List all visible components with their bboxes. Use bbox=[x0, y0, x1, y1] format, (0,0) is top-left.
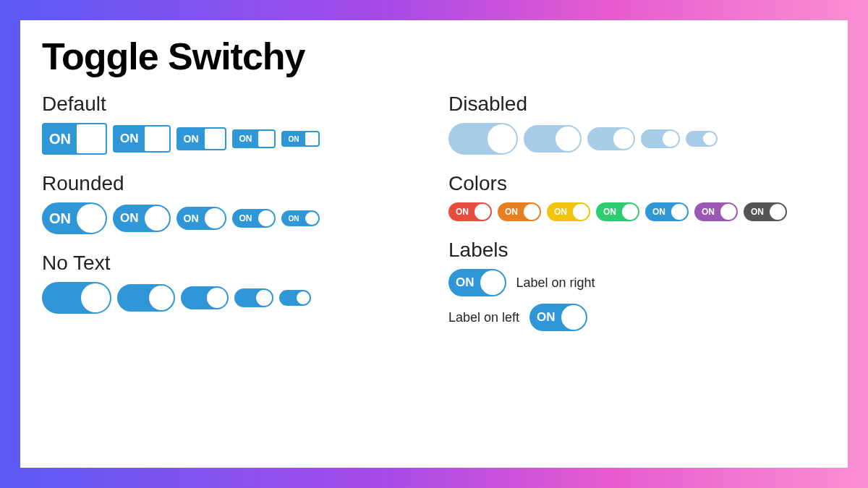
toggle-disabled-sm bbox=[641, 129, 680, 148]
section-title-disabled: Disabled bbox=[448, 93, 826, 116]
toggle-thumb bbox=[297, 291, 310, 304]
toggle-thumb bbox=[488, 124, 516, 153]
toggle-thumb bbox=[205, 208, 225, 228]
section-colors: Colors ON ON ON ON ON ON ON bbox=[448, 172, 826, 221]
toggle-default-xs[interactable]: ON bbox=[281, 131, 320, 147]
toggle-external-label-left: Label on left bbox=[448, 310, 519, 325]
toggle-thumb bbox=[663, 131, 678, 147]
toggle-rounded-lg[interactable]: ON bbox=[113, 205, 171, 232]
toggle-rounded-xs[interactable]: ON bbox=[281, 210, 320, 226]
section-disabled: Disabled bbox=[448, 93, 826, 155]
toggle-thumb bbox=[770, 204, 786, 220]
toggle-thumb bbox=[145, 127, 169, 151]
section-title-default: Default bbox=[42, 93, 420, 116]
section-notext: No Text bbox=[42, 252, 420, 314]
section-default: Default ON ON ON ON ON bbox=[42, 93, 420, 155]
toggle-thumb bbox=[145, 206, 169, 231]
toggle-thumb bbox=[256, 290, 272, 306]
toggle-default-xl[interactable]: ON bbox=[42, 123, 107, 155]
demo-panel: Toggle Switchy Default ON ON ON ON ON Ro… bbox=[20, 20, 848, 468]
toggle-color-orange[interactable]: ON bbox=[498, 202, 541, 221]
toggle-disabled-xs bbox=[686, 131, 718, 147]
toggle-thumb bbox=[561, 305, 586, 330]
toggle-thumb bbox=[258, 131, 274, 147]
toggle-thumb bbox=[205, 129, 225, 149]
col-right: Disabled Colors ON ON ON ON ON ON bbox=[448, 93, 826, 348]
toggle-thumb bbox=[475, 204, 490, 220]
toggle-notext-lg[interactable] bbox=[117, 284, 175, 312]
toggle-notext-sm[interactable] bbox=[234, 288, 273, 307]
section-rounded: Rounded ON ON ON ON ON bbox=[42, 172, 420, 234]
toggle-rounded-sm[interactable]: ON bbox=[232, 209, 276, 228]
toggle-thumb bbox=[77, 204, 106, 233]
toggle-thumb bbox=[524, 204, 540, 220]
toggle-thumb bbox=[207, 288, 227, 308]
toggle-notext-xs[interactable] bbox=[279, 290, 311, 306]
toggle-thumb bbox=[703, 132, 716, 145]
toggle-default-md[interactable]: ON bbox=[176, 127, 226, 150]
toggle-rounded-xl[interactable]: ON bbox=[42, 202, 107, 234]
toggle-label-left[interactable]: ON bbox=[529, 304, 587, 331]
toggle-thumb bbox=[480, 270, 505, 295]
toggle-thumb bbox=[305, 212, 318, 225]
toggle-thumb bbox=[720, 204, 736, 220]
toggle-color-yellow[interactable]: ON bbox=[547, 202, 590, 221]
section-title-notext: No Text bbox=[42, 252, 420, 275]
toggle-disabled-md bbox=[587, 127, 635, 150]
toggle-color-gray[interactable]: ON bbox=[744, 202, 787, 221]
toggle-thumb bbox=[77, 124, 106, 153]
toggle-default-lg[interactable]: ON bbox=[113, 125, 171, 153]
toggle-thumb bbox=[81, 283, 110, 312]
toggle-notext-md[interactable] bbox=[181, 286, 229, 309]
toggle-rounded-md[interactable]: ON bbox=[176, 207, 226, 230]
section-title-colors: Colors bbox=[448, 172, 826, 195]
toggle-thumb bbox=[305, 132, 318, 145]
toggle-color-purple[interactable]: ON bbox=[694, 202, 738, 221]
section-title-labels: Labels bbox=[448, 239, 826, 262]
toggle-disabled-xl bbox=[448, 123, 518, 155]
toggle-thumb bbox=[149, 286, 174, 310]
toggle-external-label-right: Label on right bbox=[516, 275, 595, 291]
section-labels: Labels ON Label on right Label on left O… bbox=[448, 239, 826, 331]
section-title-rounded: Rounded bbox=[42, 172, 420, 195]
toggle-thumb bbox=[556, 127, 580, 151]
page-title: Toggle Switchy bbox=[42, 35, 826, 78]
toggle-disabled-lg bbox=[524, 125, 582, 153]
toggle-thumb bbox=[613, 129, 634, 149]
toggle-thumb bbox=[573, 204, 589, 220]
toggle-default-sm[interactable]: ON bbox=[232, 129, 276, 148]
toggle-thumb bbox=[671, 204, 687, 220]
toggle-thumb bbox=[258, 210, 274, 226]
toggle-thumb bbox=[622, 204, 638, 220]
toggle-color-green[interactable]: ON bbox=[596, 202, 639, 221]
col-left: Default ON ON ON ON ON Rounded ON ON ON … bbox=[42, 93, 420, 348]
toggle-color-red[interactable]: ON bbox=[448, 202, 492, 221]
toggle-label-right[interactable]: ON bbox=[448, 269, 506, 296]
toggle-color-blue[interactable]: ON bbox=[645, 202, 689, 221]
toggle-notext-xl[interactable] bbox=[42, 282, 111, 314]
